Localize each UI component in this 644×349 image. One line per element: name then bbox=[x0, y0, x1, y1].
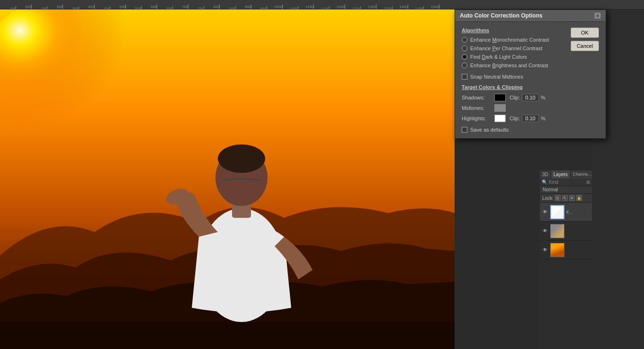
ruler-mark-400: 400 bbox=[94, 4, 95, 9]
shadows-label: Shadows: bbox=[462, 95, 492, 100]
save-defaults-checkbox[interactable] bbox=[462, 127, 467, 133]
dialog-buttons: OK Cancel bbox=[571, 27, 599, 133]
highlights-percent: % bbox=[541, 116, 546, 121]
shadows-percent: % bbox=[541, 95, 546, 100]
photo-canvas bbox=[0, 9, 455, 349]
midtones-label: Midtones: bbox=[462, 105, 492, 111]
snap-checkbox[interactable] bbox=[462, 74, 467, 80]
radio-circle-per-channel bbox=[462, 45, 467, 51]
layer-item-2[interactable]: 👁 bbox=[540, 222, 592, 241]
save-defaults-label: Save as defaults bbox=[470, 127, 509, 133]
radio-label-mono: Enhance Monochromatic Contrast bbox=[470, 37, 549, 43]
midtones-row: Midtones: bbox=[462, 104, 567, 112]
ruler-mark-500: 500 bbox=[125, 4, 126, 9]
ruler-mark-1050: 1050 bbox=[298, 6, 298, 9]
lock-label: Lock: bbox=[542, 196, 554, 201]
ruler-mark-1000: 1000 bbox=[282, 4, 283, 9]
layer-eye-2[interactable]: 👁 bbox=[542, 228, 548, 234]
layers-search-bar: 🔍 Kind ⊞ bbox=[540, 179, 592, 186]
lock-brush-icon[interactable]: ✎ bbox=[562, 195, 568, 201]
snap-row: Snap Neutral Midtones bbox=[462, 74, 567, 80]
radio-label-brightness: Enhance Brightness and Contrast bbox=[470, 63, 548, 68]
dialog-body: Algorithms Enhance Monochromatic Contras… bbox=[455, 22, 606, 138]
layer-thumb-2 bbox=[550, 224, 564, 238]
ruler-marks: 1502002503003504004505005506006507007508… bbox=[0, 0, 644, 9]
ruler-mark-1350: 1350 bbox=[392, 6, 393, 9]
ruler-mark-750: 750 bbox=[204, 6, 204, 9]
ruler-mark-300: 300 bbox=[63, 4, 63, 9]
radio-circle-mono bbox=[462, 37, 467, 43]
layer-thumb-3 bbox=[550, 243, 564, 257]
layer-eye-1[interactable]: 👁 bbox=[542, 209, 548, 215]
target-colors-label: Target Colors & Clipping bbox=[462, 84, 567, 90]
lock-bar: Lock: ⊡ ✎ ✛ 🔒 bbox=[540, 194, 592, 203]
highlights-color-swatch[interactable] bbox=[494, 115, 506, 122]
ruler-mark-150: 150 bbox=[16, 6, 16, 9]
radio-circle-brightness bbox=[462, 63, 467, 68]
radio-dark-light[interactable]: Find Dark & Light Colors bbox=[462, 54, 567, 60]
ruler-mark-600: 600 bbox=[157, 4, 157, 9]
midtones-color-swatch[interactable] bbox=[494, 104, 506, 112]
svg-rect-2 bbox=[0, 322, 455, 349]
layer-name-1: F... bbox=[566, 210, 590, 215]
shadows-clip-input[interactable] bbox=[522, 94, 539, 101]
radio-group-algorithms: Enhance Monochromatic Contrast Enhance P… bbox=[462, 37, 567, 68]
radio-label-per-channel: Enhance Per Channel Contrast bbox=[470, 45, 542, 51]
ruler-mark-450: 450 bbox=[110, 6, 110, 9]
ok-button[interactable]: OK bbox=[571, 27, 599, 38]
radio-brightness[interactable]: Enhance Brightness and Contrast bbox=[462, 63, 567, 68]
radio-per-channel[interactable]: Enhance Per Channel Contrast bbox=[462, 45, 567, 51]
ruler-mark-1400: 1400 bbox=[408, 4, 408, 9]
ruler-mark-550: 550 bbox=[141, 6, 142, 9]
layer-item-3[interactable]: 👁 bbox=[540, 241, 592, 260]
ruler-mark-1500: 1500 bbox=[439, 4, 439, 9]
highlights-label: Highlights: bbox=[462, 116, 492, 121]
layer-eye-3[interactable]: 👁 bbox=[542, 247, 548, 253]
lock-move-icon[interactable]: ✛ bbox=[569, 195, 575, 201]
auto-color-dialog: Auto Color Correction Options × Algorith… bbox=[455, 9, 606, 139]
layer-item-1[interactable]: 👁 F... bbox=[540, 203, 592, 222]
blend-mode[interactable]: Normal bbox=[540, 186, 592, 194]
snap-label: Snap Neutral Midtones bbox=[470, 74, 523, 80]
tab-layers[interactable]: Layers bbox=[551, 170, 571, 179]
ruler-mark-1250: 1250 bbox=[360, 6, 361, 9]
save-defaults-row: Save as defaults bbox=[462, 127, 567, 133]
lock-position-icon[interactable]: ⊡ bbox=[555, 195, 561, 201]
radio-circle-dark-light bbox=[462, 54, 467, 60]
radio-label-dark-light: Find Dark & Light Colors bbox=[470, 54, 527, 60]
shadows-color-swatch[interactable] bbox=[494, 94, 506, 101]
ruler-mark-1300: 1300 bbox=[376, 4, 376, 9]
dialog-close-button[interactable]: × bbox=[594, 12, 601, 19]
highlights-clip-label: Clip: bbox=[510, 116, 520, 121]
ruler-mark-950: 950 bbox=[267, 6, 267, 9]
radio-mono[interactable]: Enhance Monochromatic Contrast bbox=[462, 37, 567, 43]
layers-panel: 3D Layers Channe... 🔍 Kind ⊞ Normal Lock… bbox=[540, 170, 592, 349]
ruler-top: 1502002503003504004505005506006507007508… bbox=[0, 0, 644, 9]
lock-all-icon[interactable]: 🔒 bbox=[576, 195, 582, 201]
cancel-button[interactable]: Cancel bbox=[571, 41, 599, 51]
dialog-title: Auto Color Correction Options bbox=[460, 12, 543, 19]
dialog-titlebar: Auto Color Correction Options × bbox=[455, 10, 606, 22]
highlights-row: Highlights: Clip: % bbox=[462, 115, 567, 122]
ruler-mark-1100: 1100 bbox=[313, 4, 314, 9]
ruler-mark-900: 900 bbox=[251, 4, 251, 9]
ruler-mark-250: 250 bbox=[47, 6, 47, 9]
shadows-clip-label: Clip: bbox=[510, 95, 520, 100]
shadows-row: Shadows: Clip: % bbox=[462, 94, 567, 101]
layer-thumb-1 bbox=[550, 205, 564, 219]
ruler-mark-650: 650 bbox=[172, 6, 173, 9]
ruler-mark-1150: 1150 bbox=[329, 6, 330, 9]
tab-3d[interactable]: 3D bbox=[540, 170, 551, 179]
algorithms-label: Algorithms bbox=[462, 27, 567, 33]
ruler-mark-700: 700 bbox=[188, 4, 188, 9]
layers-tabs: 3D Layers Channe... bbox=[540, 170, 592, 179]
dialog-main: Algorithms Enhance Monochromatic Contras… bbox=[462, 27, 567, 133]
tab-channels[interactable]: Channe... bbox=[571, 170, 594, 179]
ruler-mark-200: 200 bbox=[31, 4, 32, 9]
ruler-mark-800: 800 bbox=[219, 4, 220, 9]
layers-icon-grid: ⊞ bbox=[586, 179, 590, 185]
search-icon: 🔍 bbox=[542, 179, 547, 185]
ruler-mark-350: 350 bbox=[79, 6, 79, 9]
highlights-clip-input[interactable] bbox=[522, 115, 539, 122]
ruler-mark-850: 850 bbox=[235, 6, 236, 9]
